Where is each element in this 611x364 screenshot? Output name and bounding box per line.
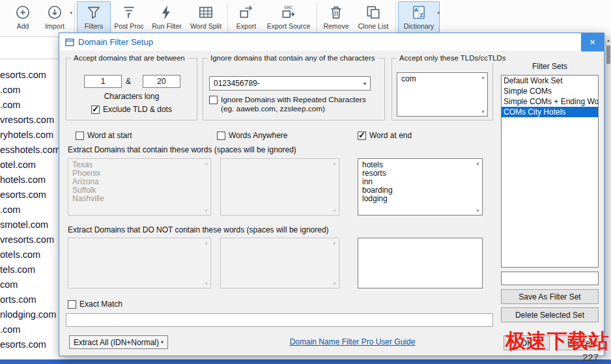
filter-set-item[interactable]: Simple COMs [502, 86, 598, 96]
not-contain-box-2-value [225, 240, 328, 286]
filter-set-item[interactable]: Default Work Set [502, 76, 598, 86]
repeated-chars-label: Ignore Domains with Repeated Characters … [221, 95, 372, 113]
user-guide-link[interactable]: Domain Name Filter Pro User Guide [261, 337, 444, 346]
tld-textarea[interactable]: com ▲ ▼ [397, 72, 488, 117]
contain-words-box-1: Texas Phoenix Arizona Suffolk Nashville … [68, 158, 211, 216]
not-contain-box-2: ▲ ▼ [220, 238, 339, 288]
trash-icon [328, 4, 345, 21]
scroll-down-icon: ▼ [204, 281, 208, 286]
word-at-start-checkbox[interactable]: Word at start [76, 131, 132, 140]
svg-text:A: A [414, 7, 418, 13]
not-contain-box-1: ▲ ▼ [68, 238, 211, 288]
window-scrollbar[interactable]: ▲ [605, 38, 611, 359]
export-source-icon: SRC [280, 4, 297, 21]
toolbar-button-add[interactable]: Add [8, 1, 37, 34]
scroll-down-icon[interactable]: ▼ [481, 109, 485, 114]
ampersand-label: & [126, 77, 131, 86]
filter-set-item[interactable]: Simple COMs + Ending Words [502, 96, 598, 107]
toolbar-button-dictionary[interactable]: A Z Dictionary ▾ [398, 1, 440, 34]
toolbar-button-export-source[interactable]: SRC Export Source [263, 1, 315, 34]
filter-set-item-selected[interactable]: COMs City Hotels [502, 107, 598, 117]
toolbar-button-clone-list[interactable]: Clone List [353, 1, 393, 34]
app-window: Add Import ▾ Filters Post Proc [0, 0, 611, 364]
chevron-down-icon: ▾ [363, 81, 366, 87]
word-split-grid-icon [197, 4, 214, 21]
dictionary-icon: A Z [410, 4, 427, 21]
scroll-down-icon: ▼ [204, 208, 208, 213]
checkbox-unchecked-icon[interactable] [209, 96, 218, 104]
filter-sets-heading: Filter Sets [501, 62, 599, 71]
not-contain-box-1-value [72, 240, 200, 286]
scrollbar-thumb[interactable] [606, 46, 610, 64]
extract-mode-dropdown[interactable]: Extract All (IDN+Normal) ▾ [69, 335, 168, 349]
not-contain-box-3-value [362, 240, 472, 286]
checkbox-checked-icon[interactable] [91, 105, 100, 114]
exclude-tld-checkbox[interactable]: Exclude TLD & dots [66, 105, 197, 114]
checkbox-unchecked-icon[interactable] [217, 132, 225, 140]
chevron-down-icon[interactable]: ▾ [437, 10, 440, 16]
scroll-up-icon: ▲ [332, 240, 337, 245]
word-at-end-checkbox[interactable]: Word at end [358, 131, 412, 140]
contain-words-box-3-value: hotels resorts inn boarding lodging [362, 161, 472, 213]
checkbox-checked-icon[interactable] [358, 132, 366, 140]
ignore-chars-combobox[interactable]: 0123456789- ▾ [209, 76, 371, 91]
not-contain-box-3[interactable] [358, 238, 483, 288]
toolbar-label: Clone List [358, 22, 389, 30]
toolbar-button-word-split[interactable]: Word Split [186, 1, 225, 34]
toolbar-divider [317, 3, 317, 33]
checkbox-unchecked-icon[interactable] [68, 300, 76, 309]
characters-long-label: Characters long [66, 92, 197, 101]
toolbar-label: Word Split [190, 22, 221, 30]
tld-group-legend: Accept only these TLDs/ccTLDs [397, 53, 508, 63]
save-filter-set-button[interactable]: Save As Filter Set [501, 289, 599, 304]
toolbar-button-filters[interactable]: Filters [77, 1, 111, 34]
repeated-chars-checkbox[interactable]: Ignore Domains with Repeated Characters … [209, 95, 372, 113]
dialog-title-bar[interactable]: Domain Filter Setup [59, 33, 604, 51]
chevron-down-icon: ▾ [161, 339, 163, 345]
toolbar-label: Remove [323, 22, 348, 30]
toolbar-divider [74, 3, 75, 33]
filter-funnel-icon [85, 4, 102, 21]
import-icon [46, 4, 63, 21]
chevron-down-icon[interactable]: ▾ [70, 10, 72, 16]
lightning-icon [158, 4, 175, 21]
scroll-up-icon: ▲ [204, 240, 208, 245]
toolbar-label: Import [45, 22, 64, 30]
scroll-up-icon[interactable]: ▲ [476, 161, 480, 165]
svg-text:Z: Z [419, 12, 423, 18]
not-contain-section-heading: Extract Domains that DO NOT contain thes… [68, 225, 329, 234]
words-anywhere-checkbox[interactable]: Words Anywhere [217, 131, 288, 140]
scroll-up-icon[interactable]: ▲ [481, 75, 485, 79]
close-icon[interactable]: ✕ [581, 33, 604, 51]
words-anywhere-label: Words Anywhere [229, 131, 288, 140]
contain-words-box-3[interactable]: hotels resorts inn boarding lodging ▲ ▼ [358, 158, 483, 216]
scroll-down-icon[interactable]: ▼ [476, 208, 480, 213]
min-length-input[interactable] [84, 75, 122, 88]
toolbar-button-import[interactable]: Import ▾ [37, 1, 72, 34]
contain-words-box-2: ▲ ▼ [220, 158, 339, 216]
toolbar-label: Filters [85, 22, 104, 30]
result-input[interactable] [66, 313, 493, 327]
scrollbar-up-icon[interactable]: ▲ [606, 38, 610, 42]
toolbar-button-export[interactable]: Export [230, 1, 263, 34]
toolbar-button-post-proc[interactable]: Post Proc [111, 1, 147, 34]
toolbar-label: Post Proc [114, 22, 144, 30]
extract-mode-value: Extract All (IDN+Normal) [74, 338, 159, 347]
toolbar: Add Import ▾ Filters Post Proc [0, 0, 611, 37]
checkbox-unchecked-icon[interactable] [76, 132, 84, 140]
toolbar-button-remove[interactable]: Remove [319, 1, 353, 34]
filter-set-name-input[interactable] [501, 272, 599, 285]
delete-filter-set-button[interactable]: Delete Selected Set [501, 307, 599, 322]
status-bar [0, 359, 611, 364]
toolbar-button-run-filter[interactable]: Run Filter [147, 1, 186, 34]
dialog-app-icon [65, 38, 74, 47]
toolbar-label: Add [17, 22, 29, 30]
max-length-input[interactable] [143, 75, 180, 88]
length-group-legend: Accept domains that are between [71, 53, 188, 63]
watermark: 极速下载站 [505, 328, 610, 355]
toolbar-label: Export Source [267, 22, 311, 30]
contain-words-box-1-value: Texas Phoenix Arizona Suffolk Nashville [72, 161, 200, 213]
exact-match-checkbox[interactable]: Exact Match [68, 300, 122, 309]
filter-sets-listbox: Default Work Set Simple COMs Simple COMs… [501, 75, 599, 268]
toolbar-label: Export [236, 22, 256, 30]
